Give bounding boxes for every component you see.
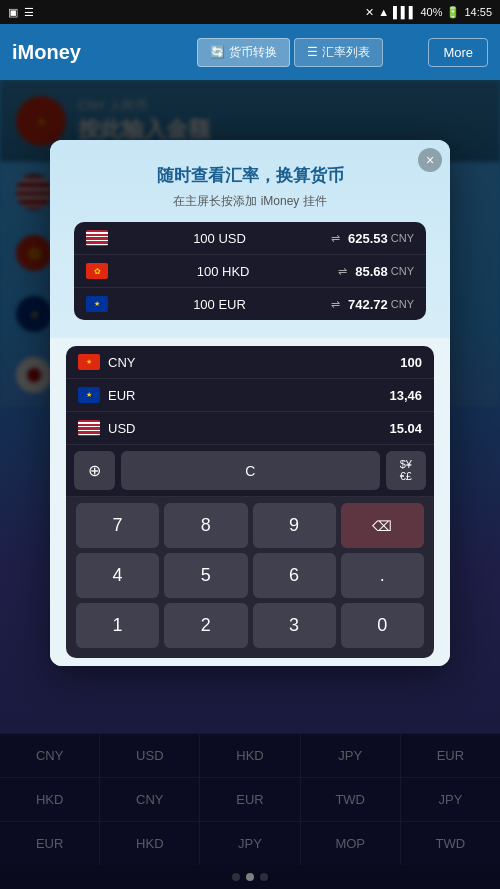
key-7[interactable]: 7 [76, 503, 159, 548]
key-9[interactable]: 9 [253, 503, 336, 548]
widget-preview: 100 USD ⇌ 625.53 CNY ✿ 100 HKD ⇌ 85.68 C… [74, 222, 426, 320]
keypad-flag-eu: ★ [78, 387, 100, 403]
key-dot[interactable]: . [341, 553, 424, 598]
key-8[interactable]: 8 [164, 503, 247, 548]
widget-row-usd: 100 USD ⇌ 625.53 CNY [74, 222, 426, 255]
wifi-icon: ▲ [378, 6, 389, 18]
modal-close-button[interactable]: × [418, 148, 442, 172]
keypad-section: ★ CNY 100 ★ EUR 13,46 USD [66, 346, 434, 658]
key-5[interactable]: 5 [164, 553, 247, 598]
battery-pct: 40% [420, 6, 442, 18]
currency-switch-button[interactable]: $¥ €£ [386, 451, 426, 490]
tab-rates[interactable]: ☰ 汇率列表 [294, 38, 383, 67]
clear-button[interactable]: C [121, 451, 380, 490]
status-right: ✕ ▲ ▌▌▌ 40% 🔋 14:55 [365, 6, 492, 19]
keypad-flag-us [78, 420, 100, 436]
signal-icon: ▌▌▌ [393, 6, 416, 18]
converter-icon: 🔄 [210, 45, 225, 59]
numpad: 7 8 9 ⌫ 4 5 6 . 1 2 3 0 [66, 497, 434, 658]
widget-flag-us [86, 230, 108, 246]
key-4[interactable]: 4 [76, 553, 159, 598]
key-1[interactable]: 1 [76, 603, 159, 648]
key-3[interactable]: 3 [253, 603, 336, 648]
more-button[interactable]: More [428, 38, 488, 67]
header-tabs: 🔄 货币转换 ☰ 汇率列表 [151, 38, 429, 67]
keypad-controls: ⊕ C $¥ €£ [66, 445, 434, 497]
battery-icon: 🔋 [446, 6, 460, 19]
app-header: iMoney 🔄 货币转换 ☰ 汇率列表 More [0, 24, 500, 80]
key-2[interactable]: 2 [164, 603, 247, 648]
tab-converter[interactable]: 🔄 货币转换 [197, 38, 290, 67]
keypad-row-usd[interactable]: USD 15.04 [66, 412, 434, 445]
modal-dialog: × 随时查看汇率，换算货币 在主屏长按添加 iMoney 挂件 100 USD … [50, 140, 450, 666]
tab-converter-label: 货币转换 [229, 44, 277, 61]
status-icon-2: ☰ [24, 6, 34, 19]
widget-row-eur: ★ 100 EUR ⇌ 742.72 CNY [74, 288, 426, 320]
status-left: ▣ ☰ [8, 6, 34, 19]
status-icon-1: ▣ [8, 6, 18, 19]
keypad-currency-list: ★ CNY 100 ★ EUR 13,46 USD [66, 346, 434, 445]
key-6[interactable]: 6 [253, 553, 336, 598]
time-display: 14:55 [464, 6, 492, 18]
keypad-flag-cn: ★ [78, 354, 100, 370]
key-0[interactable]: 0 [341, 603, 424, 648]
modal-title: 随时查看汇率，换算货币 [66, 164, 434, 187]
modal-header: 随时查看汇率，换算货币 在主屏长按添加 iMoney 挂件 100 USD ⇌ … [50, 140, 450, 338]
widget-flag-eu: ★ [86, 296, 108, 312]
status-bar: ▣ ☰ ✕ ▲ ▌▌▌ 40% 🔋 14:55 [0, 0, 500, 24]
keypad-wrapper: ★ CNY 100 ★ EUR 13,46 USD [50, 338, 450, 666]
modal-subtitle: 在主屏长按添加 iMoney 挂件 [66, 193, 434, 210]
widget-row-hkd: ✿ 100 HKD ⇌ 85.68 CNY [74, 255, 426, 288]
network-icon: ✕ [365, 6, 374, 19]
widget-flag-hk: ✿ [86, 263, 108, 279]
keypad-row-eur[interactable]: ★ EUR 13,46 [66, 379, 434, 412]
tab-rates-label: 汇率列表 [322, 44, 370, 61]
key-backspace[interactable]: ⌫ [341, 503, 424, 548]
app-title: iMoney [12, 41, 151, 64]
main-content: ★ CNY 人民币 按此输入金额 USD ✿ HKD ★ [0, 80, 500, 889]
keypad-row-cny[interactable]: ★ CNY 100 [66, 346, 434, 379]
copy-button[interactable]: ⊕ [74, 451, 115, 490]
rates-icon: ☰ [307, 45, 318, 59]
